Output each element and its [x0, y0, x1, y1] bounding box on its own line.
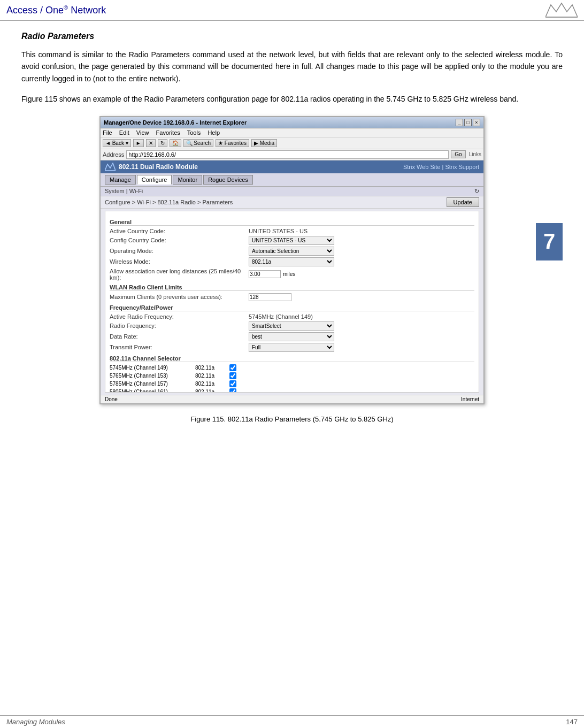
stop-button[interactable]: ✕ [146, 139, 156, 147]
content-wrapper: Manager/One Device 192.168.0.6 - Interne… [21, 116, 563, 404]
form-area: General Active Country Code: UNITED STAT… [105, 211, 479, 393]
radio-freq-select[interactable]: SmartSelect [249, 321, 334, 331]
form-row-operating-mode: Operating Mode: Automatic Selection [110, 247, 474, 256]
channel-row-157: 5785MHz (Channel 157) 802.11a [110, 380, 474, 387]
menu-view[interactable]: View [136, 129, 149, 136]
channel-row-161: 5805MHz (Channel 161) 802.11a [110, 388, 474, 393]
page-header: Access / One® Network [0, 0, 584, 21]
go-button[interactable]: Go [451, 150, 465, 158]
data-rate-select[interactable]: best [249, 332, 334, 341]
active-country-label: Active Country Code: [110, 228, 249, 234]
channel-157-mode: 802.11a [195, 381, 227, 387]
section-title: Radio Parameters [21, 32, 563, 41]
menu-file[interactable]: File [103, 129, 112, 136]
svg-marker-0 [545, 3, 578, 17]
menu-tools[interactable]: Tools [187, 129, 201, 136]
transmit-power-label: Transmit Power: [110, 344, 249, 350]
tab-manage[interactable]: Manage [105, 175, 136, 185]
radio-freq-label: Radio Frequency: [110, 323, 249, 329]
browser-controls[interactable]: _ □ × [456, 119, 480, 126]
browser-title: Manager/One Device 192.168.0.6 - Interne… [104, 119, 247, 126]
body-text-1: This command is similar to the Radio Par… [21, 49, 563, 85]
long-distance-input[interactable] [249, 270, 281, 278]
long-distance-label: Allow association over long distances (2… [110, 268, 249, 281]
app-logo-icon [105, 163, 116, 171]
wireless-mode-select[interactable]: 802.11a [249, 257, 334, 266]
form-row-wireless-mode: Wireless Mode: 802.11a [110, 257, 474, 266]
footer-right: 147 [566, 718, 578, 726]
max-clients-input[interactable] [249, 293, 291, 301]
channel-149-mode: 802.11a [195, 365, 227, 371]
browser-titlebar: Manager/One Device 192.168.0.6 - Interne… [101, 117, 483, 128]
status-internet: Internet [461, 396, 479, 402]
header-logo [545, 2, 578, 18]
operating-mode-label: Operating Mode: [110, 248, 249, 254]
search-button[interactable]: 🔍 Search [183, 139, 213, 147]
active-freq-label: Active Radio Frequency: [110, 313, 249, 320]
active-freq-value: 5745MHz (Channel 149) [249, 313, 313, 320]
chapter-tab: 7 [536, 223, 563, 260]
transmit-power-select[interactable]: Full [249, 343, 334, 352]
channel-157-label: 5785MHz (Channel 157) [110, 381, 195, 387]
minimize-button[interactable]: _ [456, 119, 463, 126]
channel-153-label: 5765MHz (Channel 153) [110, 373, 195, 379]
channel-161-label: 5805MHz (Channel 161) [110, 389, 195, 393]
media-button[interactable]: ▶ Media [251, 139, 277, 147]
browser-toolbar: ◄ Back ▾ ► ✕ ↻ 🏠 🔍 Search ★ Favorites ▶ … [101, 137, 483, 149]
channel-157-checkbox[interactable] [229, 380, 236, 387]
favorites-button[interactable]: ★ Favorites [216, 139, 249, 147]
browser-menubar: File Edit View Favorites Tools Help [101, 128, 483, 137]
form-row-radio-freq: Radio Frequency: SmartSelect [110, 321, 474, 331]
refresh-icon[interactable]: ↻ [474, 188, 479, 195]
figure-caption: Figure 115. 802.11a Radio Parameters (5.… [21, 415, 563, 423]
back-button[interactable]: ◄ Back ▾ [103, 139, 131, 147]
channel-153-mode: 802.11a [195, 373, 227, 379]
breadcrumb-row: Configure > Wi-Fi > 802.11a Radio > Para… [101, 196, 483, 209]
body-text-2: Figure 115 shows an example of the Radio… [21, 93, 563, 105]
tab-configure[interactable]: Configure [137, 175, 172, 185]
home-button[interactable]: 🏠 [170, 139, 181, 147]
form-row-long-distance: Allow association over long distances (2… [110, 268, 474, 281]
forward-button[interactable]: ► [133, 139, 144, 147]
tab-rogue-devices[interactable]: Rogue Devices [203, 175, 253, 185]
app-topbar: 802.11 Dual Radio Module Strix Web Site … [101, 160, 483, 173]
freq-section-title: Frequency/Rate/Power [110, 304, 474, 311]
form-row-data-rate: Data Rate: best [110, 332, 474, 341]
form-row-transmit-power: Transmit Power: Full [110, 343, 474, 352]
channel-161-checkbox[interactable] [229, 388, 236, 393]
restore-button[interactable]: □ [464, 119, 472, 126]
close-button[interactable]: × [473, 119, 480, 126]
form-row-active-freq: Active Radio Frequency: 5745MHz (Channel… [110, 313, 474, 320]
browser-status-bar: Done Internet [101, 395, 483, 403]
status-done: Done [105, 396, 118, 402]
links-label: Links [469, 151, 481, 157]
general-section-title: General [110, 219, 474, 226]
app-nav: Manage Configure Monitor Rogue Devices [101, 173, 483, 187]
config-country-select[interactable]: UNITED STATES - US [249, 236, 334, 245]
channel-153-checkbox[interactable] [229, 372, 236, 379]
channel-149-checkbox[interactable] [229, 364, 236, 371]
menu-favorites[interactable]: Favorites [156, 129, 180, 136]
main-content: Radio Parameters This command is similar… [0, 21, 584, 455]
update-button[interactable]: Update [447, 197, 479, 207]
menu-edit[interactable]: Edit [119, 129, 129, 136]
miles-unit: miles [283, 271, 295, 277]
form-row-config-country: Config Country Code: UNITED STATES - US [110, 236, 474, 245]
form-row-active-country: Active Country Code: UNITED STATES - US [110, 228, 474, 234]
system-wifi-row: System | Wi-Fi ↻ [101, 187, 483, 196]
operating-mode-select[interactable]: Automatic Selection [249, 247, 334, 256]
address-label: Address [103, 151, 124, 158]
app-area: 802.11 Dual Radio Module Strix Web Site … [101, 160, 483, 403]
address-input[interactable] [126, 150, 449, 159]
menu-help[interactable]: Help [208, 129, 220, 136]
breadcrumb: Configure > Wi-Fi > 802.11a Radio > Para… [105, 199, 233, 205]
channel-161-mode: 802.11a [195, 389, 227, 393]
tab-monitor[interactable]: Monitor [173, 175, 202, 185]
app-links: Strix Web Site | Strix Support [403, 164, 479, 170]
header-title: Access / One® Network [6, 4, 106, 16]
refresh-button[interactable]: ↻ [158, 139, 167, 147]
channel-row-149: 5745MHz (Channel 149) 802.11a [110, 364, 474, 371]
address-bar-row: Address Go Links [101, 149, 483, 160]
footer-left: Managing Modules [6, 718, 65, 726]
registered-mark: ® [64, 4, 68, 11]
